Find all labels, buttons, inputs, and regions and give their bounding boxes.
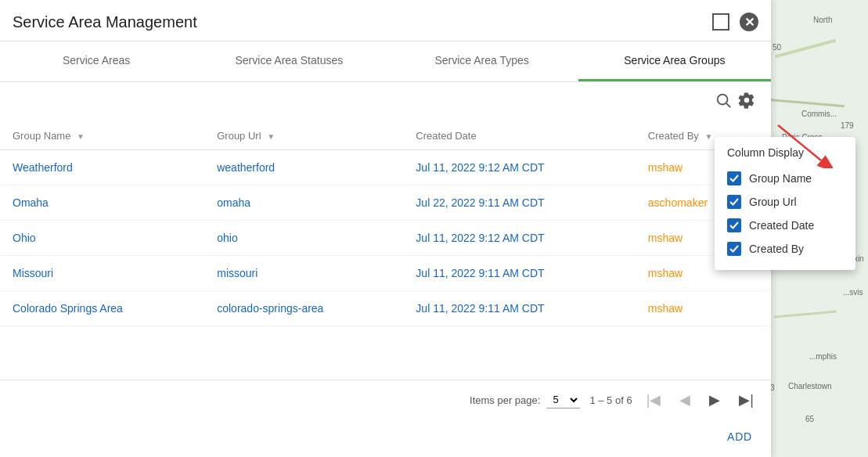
checkmark-icon [729, 244, 739, 254]
toolbar [0, 82, 771, 122]
sort-arrow-group-name: ▼ [77, 132, 85, 141]
gear-icon [738, 92, 755, 109]
square-icon [712, 13, 729, 31]
cell-created-date: Jul 11, 2022 9:11 AM CDT [403, 256, 635, 291]
col-header-group-name[interactable]: Group Name ▼ [0, 122, 204, 150]
close-button[interactable]: ✕ [740, 13, 758, 31]
svg-line-1 [726, 103, 730, 107]
checkmark-icon [729, 221, 739, 230]
sort-arrow-group-url: ▼ [267, 132, 275, 141]
cell-group-name[interactable]: Omaha [0, 185, 204, 221]
column-settings-button[interactable] [735, 88, 758, 116]
cell-created-by: mshaw [636, 291, 771, 326]
table-row: Omaha omaha Jul 22, 2022 9:11 AM CDT asc… [0, 185, 771, 221]
cell-created-date: Jul 11, 2022 9:12 AM CDT [403, 221, 635, 256]
svg-point-0 [718, 95, 728, 105]
first-page-button[interactable]: |◀ [642, 388, 666, 412]
page-range: 1 – 5 of 6 [589, 394, 632, 406]
items-per-page-label: Items per page: [470, 394, 540, 406]
map-label-north: North [813, 16, 832, 24]
table-row: Colorado Springs Area colorado-springs-a… [0, 291, 771, 326]
data-table-container: Group Name ▼ Group Url ▼ Created Date Cr… [0, 122, 771, 380]
tab-service-areas[interactable]: Service Areas [0, 41, 193, 81]
tab-service-area-types[interactable]: Service Area Types [386, 41, 578, 81]
column-checkbox[interactable] [727, 242, 741, 256]
table-row: Missouri missouri Jul 11, 2022 9:11 AM C… [0, 256, 771, 291]
cell-group-url[interactable]: colorado-springs-area [204, 291, 403, 326]
page-title: Service Area Management [13, 13, 197, 31]
add-button-row: ADD [0, 419, 771, 457]
search-button[interactable] [711, 88, 735, 116]
map-label-50: 50 [773, 43, 781, 52]
expand-button[interactable] [708, 9, 733, 34]
prev-page-button[interactable]: ◀ [675, 388, 695, 412]
map-label-svis: ...svis [843, 288, 863, 297]
column-display-item[interactable]: Group Url [727, 190, 843, 214]
col-header-group-url[interactable]: Group Url ▼ [204, 122, 403, 150]
col-header-created-date: Created Date [403, 122, 635, 150]
last-page-button[interactable]: ▶| [734, 388, 758, 412]
table-header-row: Group Name ▼ Group Url ▼ Created Date Cr… [0, 122, 771, 150]
cell-group-name[interactable]: Colorado Springs Area [0, 291, 204, 326]
column-checkbox[interactable] [727, 195, 741, 209]
column-display-item[interactable]: Created By [727, 237, 843, 261]
items-per-page-control: Items per page: 5 10 25 50 [470, 391, 580, 408]
column-display-item-label: Created Date [749, 219, 814, 232]
checkmark-icon [729, 174, 739, 183]
cell-created-date: Jul 22, 2022 9:11 AM CDT [403, 185, 635, 221]
header: Service Area Management ✕ [0, 0, 771, 41]
cell-created-date: Jul 11, 2022 9:11 AM CDT [403, 291, 635, 326]
sort-arrow-created-by: ▼ [705, 132, 713, 141]
cell-created-date: Jul 11, 2022 9:12 AM CDT [403, 150, 635, 185]
items-per-page-select[interactable]: 5 10 25 50 [546, 391, 580, 408]
data-table: Group Name ▼ Group Url ▼ Created Date Cr… [0, 122, 771, 326]
tab-service-area-groups[interactable]: Service Area Groups [578, 41, 771, 81]
tabs-container: Service Areas Service Area Statuses Serv… [0, 41, 771, 82]
cell-group-url[interactable]: missouri [204, 256, 403, 291]
column-checkbox[interactable] [727, 218, 741, 232]
map-label-179: 179 [841, 121, 854, 130]
pagination: Items per page: 5 10 25 50 1 – 5 of 6 |◀… [0, 380, 771, 419]
map-label-commis: Commis... [801, 110, 837, 118]
column-display-item-label: Group Name [749, 172, 812, 185]
column-display-title: Column Display [727, 146, 843, 159]
tab-service-area-statuses[interactable]: Service Area Statuses [193, 41, 385, 81]
search-icon [715, 92, 732, 109]
header-icons: ✕ [708, 9, 758, 34]
cell-group-url[interactable]: ohio [204, 221, 403, 256]
table-row: Weatherford weatherford Jul 11, 2022 9:1… [0, 150, 771, 185]
column-display-item-label: Created By [749, 243, 804, 255]
main-panel: Service Area Management ✕ Service Areas … [0, 0, 771, 457]
column-checkbox[interactable] [727, 171, 741, 185]
cell-group-url[interactable]: omaha [204, 185, 403, 221]
table-row: Ohio ohio Jul 11, 2022 9:12 AM CDT mshaw [0, 221, 771, 256]
cell-group-name[interactable]: Missouri [0, 256, 204, 291]
cell-group-name[interactable]: Ohio [0, 221, 204, 256]
cell-group-name[interactable]: Weatherford [0, 150, 204, 185]
add-button[interactable]: ADD [721, 426, 758, 448]
map-label-charlestown: Charlestown [788, 382, 832, 390]
checkmark-icon [729, 197, 739, 207]
next-page-button[interactable]: ▶ [704, 388, 725, 412]
map-label-mphis: ...mphis [809, 352, 837, 361]
column-display-dropdown: Column Display Group Name Group Url Crea… [715, 137, 855, 270]
column-display-item[interactable]: Created Date [727, 214, 843, 237]
column-display-item-label: Group Url [749, 196, 797, 208]
cell-group-url[interactable]: weatherford [204, 150, 403, 185]
column-display-item[interactable]: Group Name [727, 167, 843, 190]
map-label-65: 65 [805, 415, 814, 423]
